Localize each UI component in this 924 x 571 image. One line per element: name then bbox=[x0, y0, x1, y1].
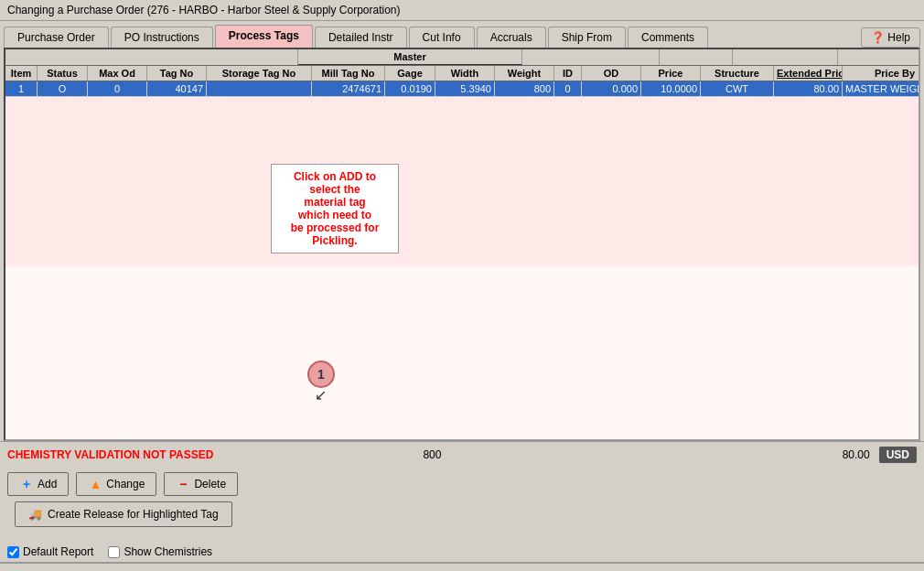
tab-purchase-order[interactable]: Purchase Order bbox=[4, 27, 109, 48]
cell-item: 1 bbox=[5, 81, 38, 96]
bottom-toolbar: Memos Print TAG Tags Received Release Au… bbox=[0, 562, 924, 571]
col-max-od: Max Od bbox=[88, 66, 147, 81]
create-release-button[interactable]: 🚚 Create Release for Highlighted Tag bbox=[15, 501, 232, 527]
col-price: Price bbox=[641, 66, 701, 81]
footer-totals: CHEMISTRY VALIDATION NOT PASSED 800 80.0… bbox=[0, 441, 924, 467]
col-tag-no: Tag No bbox=[147, 66, 207, 81]
col-item: Item bbox=[5, 66, 38, 81]
cell-gage: 0.0190 bbox=[385, 81, 435, 96]
release-icon: 🚚 bbox=[28, 508, 42, 521]
col-extended-price: Extended Price bbox=[774, 66, 843, 81]
change-icon: ▲ bbox=[88, 477, 102, 491]
cell-structure: CWT bbox=[701, 81, 774, 96]
tab-ship-from[interactable]: Ship From bbox=[548, 27, 626, 48]
cell-extended-price: 80.00 bbox=[774, 81, 843, 96]
weight-total: 800 bbox=[423, 448, 441, 461]
tab-accruals[interactable]: Accruals bbox=[477, 27, 546, 48]
show-chemistries-checkbox[interactable] bbox=[108, 546, 120, 558]
header-spacer4 bbox=[733, 49, 838, 65]
header-master: Master bbox=[298, 49, 522, 65]
col-gage: Gage bbox=[385, 66, 435, 81]
header-spacer3 bbox=[660, 49, 733, 65]
default-report-checkbox-item[interactable]: Default Report bbox=[7, 545, 93, 558]
col-status: Status bbox=[38, 66, 88, 81]
col-structure: Structure bbox=[701, 66, 774, 81]
delete-icon: − bbox=[176, 477, 190, 491]
cell-mill-tag-no: 2474671 bbox=[312, 81, 385, 96]
chemistry-warning: CHEMISTRY VALIDATION NOT PASSED bbox=[7, 448, 213, 461]
tab-cut-info[interactable]: Cut Info bbox=[409, 27, 475, 48]
col-width: Width bbox=[435, 66, 495, 81]
tab-process-tags[interactable]: Process Tags bbox=[215, 25, 313, 48]
create-release-row: 🚚 Create Release for Highlighted Tag bbox=[0, 501, 924, 542]
empty-rows-area bbox=[5, 97, 919, 266]
tab-comments[interactable]: Comments bbox=[628, 27, 708, 48]
header-spacer2 bbox=[522, 49, 660, 65]
default-report-checkbox[interactable] bbox=[7, 546, 19, 558]
cell-storage-tag-no bbox=[207, 81, 312, 96]
header-spacer1 bbox=[5, 49, 298, 65]
col-weight: Weight bbox=[495, 66, 554, 81]
checkbox-row: Default Report Show Chemistries bbox=[0, 542, 924, 562]
tab-detailed-instr[interactable]: Detailed Instr bbox=[315, 27, 407, 48]
help-button[interactable]: ❓ Help bbox=[861, 27, 920, 48]
grid-column-headers: Item Status Max Od Tag No Storage Tag No… bbox=[5, 66, 919, 81]
change-button[interactable]: ▲ Change bbox=[76, 472, 156, 496]
col-storage-tag-no: Storage Tag No bbox=[207, 66, 312, 81]
cell-tag-no: 40147 bbox=[147, 81, 207, 96]
instruction-tooltip: Click on ADD to select the material tag … bbox=[271, 164, 399, 253]
col-mill-tag-no: Mill Tag No bbox=[312, 66, 385, 81]
cell-price: 10.0000 bbox=[641, 81, 701, 96]
cell-price-by: MASTER WEIGHT bbox=[843, 81, 920, 96]
col-price-by: Price By bbox=[843, 66, 920, 81]
grid-header-top: Master bbox=[5, 49, 919, 66]
title-bar: Changing a Purchase Order (276 - HARBO -… bbox=[0, 0, 924, 21]
help-icon: ❓ bbox=[871, 31, 885, 44]
delete-button[interactable]: − Delete bbox=[164, 472, 238, 496]
tab-po-instructions[interactable]: PO Instructions bbox=[111, 27, 213, 48]
cell-max-od: 0 bbox=[88, 81, 147, 96]
cursor-indicator: ↙ bbox=[315, 386, 327, 404]
cell-width: 5.3940 bbox=[435, 81, 495, 96]
action-buttons-row: + Add ▲ Change − Delete bbox=[0, 467, 924, 501]
cell-od: 0.000 bbox=[582, 81, 641, 96]
step-badge: 1 bbox=[307, 361, 335, 388]
cell-weight: 800 bbox=[495, 81, 554, 96]
add-button[interactable]: + Add bbox=[7, 472, 69, 496]
show-chemistries-checkbox-item[interactable]: Show Chemistries bbox=[108, 545, 212, 558]
default-report-label: Default Report bbox=[23, 545, 93, 558]
price-total: 80.00 bbox=[843, 448, 870, 461]
main-content: Master Item Status Max Od Tag No Storage… bbox=[4, 48, 920, 441]
cell-id: 0 bbox=[554, 81, 582, 96]
show-chemistries-label: Show Chemistries bbox=[124, 545, 212, 558]
col-id: ID bbox=[554, 66, 582, 81]
window-title: Changing a Purchase Order (276 - HARBO -… bbox=[7, 4, 401, 16]
cell-status: O bbox=[38, 81, 88, 96]
table-row[interactable]: 1 O 0 40147 2474671 0.0190 5.3940 800 0 … bbox=[5, 81, 919, 97]
add-icon: + bbox=[19, 477, 34, 491]
tab-bar: Purchase Order PO Instructions Process T… bbox=[0, 21, 924, 48]
col-od: OD bbox=[582, 66, 641, 81]
currency-badge: USD bbox=[879, 447, 917, 463]
